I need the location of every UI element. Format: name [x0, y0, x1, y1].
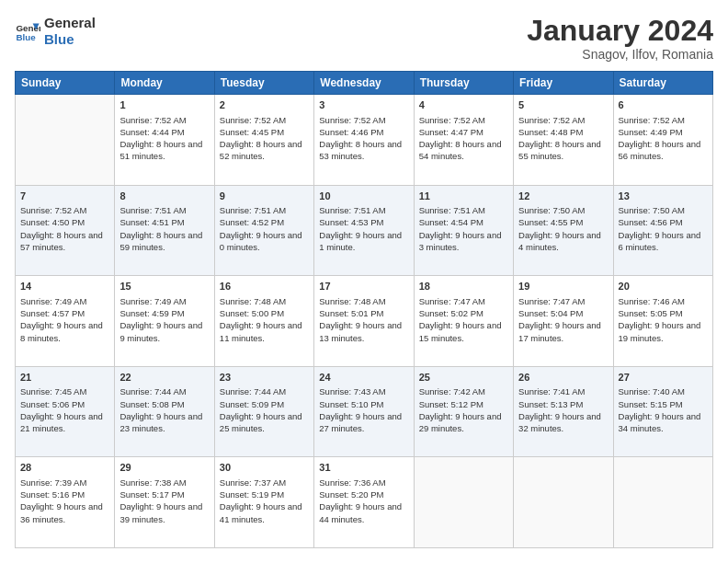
- calendar-cell: 28Sunrise: 7:39 AMSunset: 5:16 PMDayligh…: [16, 457, 115, 548]
- sunrise-text: Sunrise: 7:36 AM: [319, 477, 408, 488]
- sunset-text: Sunset: 4:45 PM: [220, 126, 309, 138]
- sunset-text: Sunset: 4:56 PM: [619, 216, 708, 228]
- calendar-cell: 18Sunrise: 7:47 AMSunset: 5:02 PMDayligh…: [414, 276, 513, 367]
- daylight-text: Daylight: 8 hours and 59 minutes.: [119, 229, 209, 254]
- daylight-text: Daylight: 9 hours and 3 minutes.: [419, 229, 508, 254]
- day-number: 18: [419, 280, 508, 293]
- sunset-text: Sunset: 4:53 PM: [319, 216, 408, 228]
- day-number: 15: [119, 280, 209, 293]
- calendar-cell: 27Sunrise: 7:40 AMSunset: 5:15 PMDayligh…: [613, 366, 712, 457]
- day-number: 1: [119, 98, 209, 112]
- calendar-cell: 7Sunrise: 7:52 AMSunset: 4:50 PMDaylight…: [16, 185, 115, 276]
- sunset-text: Sunset: 5:05 PM: [619, 307, 708, 319]
- sunset-text: Sunset: 5:00 PM: [220, 307, 309, 319]
- sunset-text: Sunset: 4:54 PM: [419, 216, 508, 228]
- calendar-cell: 14Sunrise: 7:49 AMSunset: 4:57 PMDayligh…: [16, 276, 115, 367]
- sunrise-text: Sunrise: 7:52 AM: [220, 114, 309, 126]
- sunset-text: Sunset: 5:08 PM: [119, 398, 209, 410]
- calendar-cell: 8Sunrise: 7:51 AMSunset: 4:51 PMDaylight…: [115, 185, 214, 276]
- calendar-cell: 24Sunrise: 7:43 AMSunset: 5:10 PMDayligh…: [314, 366, 414, 457]
- sunset-text: Sunset: 5:09 PM: [220, 398, 309, 410]
- calendar-cell: 12Sunrise: 7:50 AMSunset: 4:55 PMDayligh…: [514, 185, 613, 276]
- daylight-text: Daylight: 9 hours and 11 minutes.: [220, 319, 309, 344]
- calendar-cell: 2Sunrise: 7:52 AMSunset: 4:45 PMDaylight…: [214, 95, 313, 186]
- daylight-text: Daylight: 9 hours and 6 minutes.: [619, 229, 708, 254]
- sunrise-text: Sunrise: 7:51 AM: [419, 204, 508, 216]
- calendar-cell: 5Sunrise: 7:52 AMSunset: 4:48 PMDaylight…: [514, 95, 613, 186]
- sunrise-text: Sunrise: 7:52 AM: [419, 114, 508, 126]
- sunrise-text: Sunrise: 7:46 AM: [619, 295, 708, 307]
- weekday-header: Monday: [115, 72, 214, 95]
- weekday-header: Tuesday: [214, 72, 313, 95]
- day-number: 31: [319, 461, 408, 475]
- daylight-text: Daylight: 8 hours and 54 minutes.: [419, 138, 508, 163]
- calendar-cell: 20Sunrise: 7:46 AMSunset: 5:05 PMDayligh…: [613, 276, 712, 367]
- title-block: January 2024 Snagov, Ilfov, Romania: [527, 15, 713, 62]
- daylight-text: Daylight: 9 hours and 32 minutes.: [518, 410, 608, 435]
- daylight-text: Daylight: 9 hours and 41 minutes.: [220, 500, 309, 525]
- day-number: 10: [319, 190, 408, 203]
- sunset-text: Sunset: 4:57 PM: [20, 307, 109, 319]
- calendar-week-row: 14Sunrise: 7:49 AMSunset: 4:57 PMDayligh…: [16, 276, 713, 367]
- day-number: 17: [319, 280, 408, 293]
- calendar-cell: [414, 457, 513, 548]
- day-number: 21: [20, 371, 109, 385]
- calendar-cell: [514, 457, 613, 548]
- daylight-text: Daylight: 9 hours and 9 minutes.: [119, 319, 209, 344]
- sunrise-text: Sunrise: 7:39 AM: [20, 477, 109, 488]
- calendar-cell: 10Sunrise: 7:51 AMSunset: 4:53 PMDayligh…: [314, 185, 414, 276]
- page-subtitle: Snagov, Ilfov, Romania: [527, 47, 713, 62]
- daylight-text: Daylight: 9 hours and 0 minutes.: [220, 229, 309, 254]
- calendar-week-row: 7Sunrise: 7:52 AMSunset: 4:50 PMDaylight…: [16, 185, 713, 276]
- sunrise-text: Sunrise: 7:51 AM: [220, 204, 309, 216]
- day-number: 28: [20, 461, 109, 475]
- sunset-text: Sunset: 4:48 PM: [518, 126, 608, 138]
- sunrise-text: Sunrise: 7:52 AM: [319, 114, 408, 126]
- sunrise-text: Sunrise: 7:52 AM: [518, 114, 608, 126]
- sunset-text: Sunset: 5:04 PM: [518, 307, 608, 319]
- daylight-text: Daylight: 9 hours and 21 minutes.: [20, 410, 109, 435]
- calendar-cell: 21Sunrise: 7:45 AMSunset: 5:06 PMDayligh…: [16, 366, 115, 457]
- sunset-text: Sunset: 4:59 PM: [119, 307, 209, 319]
- calendar-cell: 15Sunrise: 7:49 AMSunset: 4:59 PMDayligh…: [115, 276, 214, 367]
- sunset-text: Sunset: 4:47 PM: [419, 126, 508, 138]
- daylight-text: Daylight: 9 hours and 44 minutes.: [319, 500, 408, 525]
- daylight-text: Daylight: 9 hours and 1 minute.: [319, 229, 408, 254]
- daylight-text: Daylight: 9 hours and 17 minutes.: [518, 319, 608, 344]
- sunrise-text: Sunrise: 7:43 AM: [319, 385, 408, 397]
- daylight-text: Daylight: 8 hours and 55 minutes.: [518, 138, 608, 163]
- calendar-table: SundayMondayTuesdayWednesdayThursdayFrid…: [15, 71, 713, 548]
- day-number: 22: [119, 371, 209, 385]
- logo-line1: General: [44, 15, 96, 31]
- sunrise-text: Sunrise: 7:45 AM: [20, 385, 109, 397]
- calendar-cell: 1Sunrise: 7:52 AMSunset: 4:44 PMDaylight…: [115, 95, 214, 186]
- daylight-text: Daylight: 9 hours and 29 minutes.: [419, 410, 508, 435]
- daylight-text: Daylight: 9 hours and 4 minutes.: [518, 229, 608, 254]
- sunset-text: Sunset: 5:20 PM: [319, 488, 408, 500]
- sunrise-text: Sunrise: 7:49 AM: [119, 295, 209, 307]
- calendar-week-row: 1Sunrise: 7:52 AMSunset: 4:44 PMDaylight…: [16, 95, 713, 186]
- daylight-text: Daylight: 9 hours and 39 minutes.: [119, 500, 209, 525]
- day-number: 2: [220, 98, 309, 112]
- calendar-cell: 23Sunrise: 7:44 AMSunset: 5:09 PMDayligh…: [214, 366, 313, 457]
- day-number: 26: [518, 371, 608, 385]
- daylight-text: Daylight: 9 hours and 13 minutes.: [319, 319, 408, 344]
- day-number: 24: [319, 371, 408, 385]
- sunset-text: Sunset: 5:16 PM: [20, 488, 109, 500]
- sunrise-text: Sunrise: 7:41 AM: [518, 385, 608, 397]
- sunrise-text: Sunrise: 7:44 AM: [220, 385, 309, 397]
- daylight-text: Daylight: 9 hours and 36 minutes.: [20, 500, 109, 525]
- calendar-cell: 6Sunrise: 7:52 AMSunset: 4:49 PMDaylight…: [613, 95, 712, 186]
- sunrise-text: Sunrise: 7:48 AM: [220, 295, 309, 307]
- daylight-text: Daylight: 9 hours and 34 minutes.: [619, 410, 708, 435]
- sunrise-text: Sunrise: 7:52 AM: [619, 114, 708, 126]
- day-number: 12: [518, 190, 608, 203]
- day-number: 16: [220, 280, 309, 293]
- calendar-cell: 22Sunrise: 7:44 AMSunset: 5:08 PMDayligh…: [115, 366, 214, 457]
- sunset-text: Sunset: 5:15 PM: [619, 398, 708, 410]
- day-number: 11: [419, 190, 508, 203]
- sunrise-text: Sunrise: 7:50 AM: [518, 204, 608, 216]
- sunrise-text: Sunrise: 7:52 AM: [119, 114, 209, 126]
- sunset-text: Sunset: 4:49 PM: [619, 126, 708, 138]
- sunrise-text: Sunrise: 7:38 AM: [119, 477, 209, 488]
